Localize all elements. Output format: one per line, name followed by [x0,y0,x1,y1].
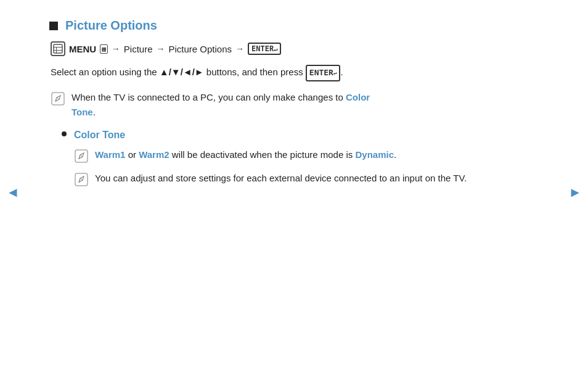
menu-text: MENU [69,44,96,54]
right-arrow-button[interactable]: ► [568,184,582,201]
bullet-row-color-tone: Color Tone [62,127,539,143]
sub-note-icon-2 [74,172,89,187]
left-arrow-button[interactable]: ◄ [6,184,20,201]
menu-icon [51,41,65,56]
svg-point-12 [79,181,80,183]
menu-item-picture: Picture [124,44,153,54]
sub-note-text-1: Warm1 or Warm2 will be deactivated when … [95,147,396,162]
svg-line-8 [80,155,83,157]
dynamic-link: Dynamic [355,149,394,160]
content-area: Picture Options MENU ▦ → Picture → Pictu… [49,19,539,187]
description-period: . [340,67,343,77]
menu-path-row: MENU ▦ → Picture → Picture Options → ENT… [51,41,539,56]
menu-item-picture-options: Picture Options [168,44,232,54]
sub-note-text-2: You can adjust and store settings for ea… [95,171,467,186]
svg-rect-0 [54,44,62,53]
bullet-label-color-tone: Color Tone [74,127,125,143]
sub-note-icon-1 [74,149,89,164]
warm2-link: Warm2 [139,149,169,160]
svg-line-5 [57,97,59,99]
arrow-sym-3: → [235,44,244,54]
menu-suffix-icon: ▦ [100,44,108,54]
section-title: Picture Options [65,19,157,33]
enter-icon-inline: ENTER↵ [306,65,341,81]
sub-note-row-2: You can adjust and store settings for ea… [74,171,539,187]
arrow-sym-1: → [112,44,120,54]
warm1-link: Warm1 [95,149,125,160]
svg-line-11 [80,178,83,180]
note-text-1: When the TV is connected to a PC, you ca… [71,90,370,120]
enter-icon: ENTER↵ [248,43,281,55]
sub-notes: Warm1 or Warm2 will be deactivated when … [74,147,539,187]
bullet-dot [62,131,67,136]
section-heading: Picture Options [49,19,539,33]
note-icon-1 [51,91,65,106]
description-paragraph: Select an option using the ▲/▼/◄/► butto… [51,65,539,81]
arrow-sym-2: → [156,44,165,54]
note-row-1: When the TV is connected to a PC, you ca… [51,90,539,120]
heading-square-icon [49,22,58,30]
page-container: ◄ ► Picture Options MENU ▦ → Picture [0,0,588,385]
svg-point-6 [55,100,57,101]
svg-point-9 [79,158,80,159]
bullet-section: Color Tone Warm1 or Warm2 will be deacti… [62,127,539,188]
description-text: Select an option using the ▲/▼/◄/► butto… [51,67,306,77]
color-tone-link-1: ColorTone [71,92,370,117]
sub-note-row-1: Warm1 or Warm2 will be deactivated when … [74,147,539,164]
